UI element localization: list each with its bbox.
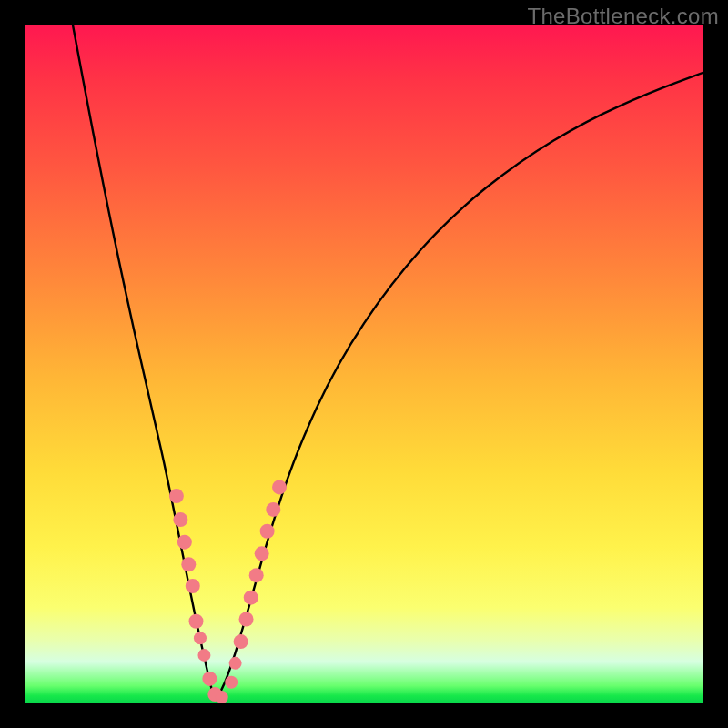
data-marker xyxy=(244,591,258,605)
data-marker xyxy=(177,535,192,550)
outer-frame: TheBottleneck.com xyxy=(0,0,728,728)
data-marker xyxy=(255,546,269,561)
data-marker xyxy=(239,612,254,626)
data-marker xyxy=(272,480,287,494)
data-marker xyxy=(234,634,248,649)
plot-area xyxy=(25,25,703,703)
data-marker xyxy=(249,568,264,582)
data-marker xyxy=(225,676,238,689)
data-marker xyxy=(266,502,280,517)
data-marker xyxy=(169,489,184,503)
data-marker xyxy=(194,632,207,644)
data-marker xyxy=(260,524,275,539)
data-marker xyxy=(229,657,242,670)
data-marker xyxy=(181,557,196,571)
data-marker xyxy=(197,649,210,662)
watermark-text: TheBottleneck.com xyxy=(527,4,719,29)
data-marker xyxy=(173,512,187,527)
data-marker xyxy=(188,614,203,629)
data-marker xyxy=(202,672,217,686)
curve-layer xyxy=(73,25,703,696)
marker-layer xyxy=(169,480,287,703)
chart-svg xyxy=(25,25,703,703)
data-marker xyxy=(186,579,200,593)
bottleneck-curve xyxy=(73,25,703,696)
